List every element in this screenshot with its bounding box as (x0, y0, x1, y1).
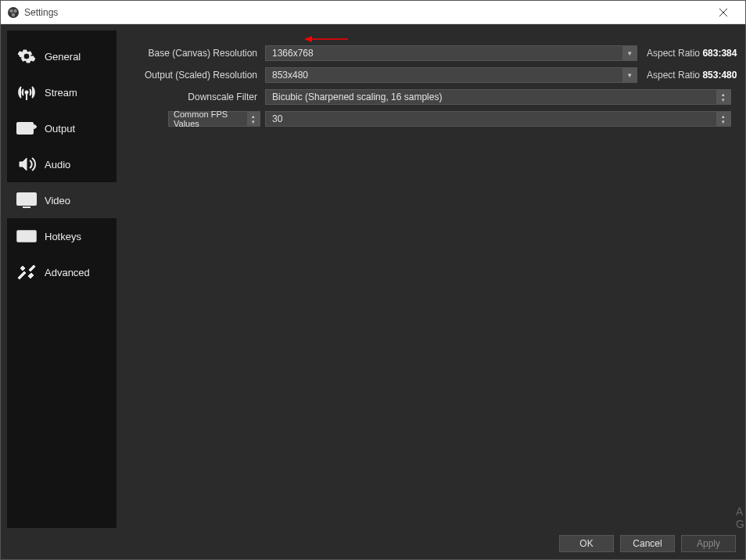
sidebar-item-video[interactable]: Video (7, 182, 117, 218)
sidebar: General Stream Output Audio Video Hotkey… (7, 31, 117, 528)
output-resolution-value: 853x480 (272, 70, 308, 81)
gear-icon (16, 46, 37, 66)
downscale-filter-dropdown[interactable]: Bicubic (Sharpened scaling, 16 samples) … (265, 89, 731, 105)
spinner-icon: ▴▾ (247, 112, 260, 126)
base-resolution-label: Base (Canvas) Resolution (124, 48, 260, 59)
fps-value-dropdown[interactable]: 30 ▴▾ (265, 111, 731, 127)
annotation-arrow (303, 34, 350, 45)
sidebar-item-general[interactable]: General (7, 38, 117, 74)
sidebar-item-advanced[interactable]: Advanced (7, 254, 117, 290)
sidebar-item-output[interactable]: Output (7, 110, 117, 146)
row-fps: Common FPS Values ▴▾ 30 ▴▾ (124, 110, 731, 127)
spinner-icon: ▴▾ (716, 112, 730, 126)
downscale-filter-label: Downscale Filter (124, 92, 260, 102)
close-button[interactable] (708, 2, 739, 23)
cancel-button[interactable]: Cancel (620, 535, 675, 552)
base-resolution-value: 1366x768 (272, 48, 314, 59)
content-pane: Base (Canvas) Resolution 1366x768 ▾ Aspe… (117, 31, 739, 528)
output-resolution-dropdown[interactable]: 853x480 ▾ (265, 67, 637, 83)
ok-button[interactable]: OK (559, 535, 614, 552)
sidebar-item-label: Output (45, 123, 75, 135)
footer: OK Cancel Apply (1, 528, 745, 559)
sidebar-item-label: Advanced (45, 267, 90, 278)
svg-point-3 (12, 13, 15, 16)
row-base-resolution: Base (Canvas) Resolution 1366x768 ▾ Aspe… (124, 45, 731, 62)
window-body: General Stream Output Audio Video Hotkey… (1, 24, 745, 528)
fps-value: 30 (272, 113, 282, 124)
antenna-icon (16, 82, 37, 102)
sidebar-item-stream[interactable]: Stream (7, 74, 117, 110)
window-title: Settings (24, 7, 708, 18)
svg-point-2 (13, 9, 16, 12)
sidebar-item-label: General (45, 51, 81, 63)
output-icon (16, 118, 37, 138)
svg-rect-8 (17, 123, 33, 134)
chevron-down-icon: ▾ (622, 68, 637, 82)
sidebar-item-hotkeys[interactable]: Hotkeys (7, 218, 117, 254)
titlebar: Settings (1, 1, 745, 24)
keyboard-icon (16, 226, 37, 246)
apply-button[interactable]: Apply (681, 535, 736, 552)
base-aspect-ratio: Aspect Ratio 683:384 (642, 48, 731, 59)
row-downscale-filter: Downscale Filter Bicubic (Sharpened scal… (124, 88, 731, 106)
sidebar-item-label: Stream (45, 87, 77, 99)
svg-rect-9 (17, 193, 36, 205)
fps-mode-value: Common FPS Values (174, 109, 255, 128)
sidebar-item-audio[interactable]: Audio (7, 146, 117, 182)
output-resolution-label: Output (Scaled) Resolution (124, 70, 260, 81)
fps-mode-dropdown[interactable]: Common FPS Values ▴▾ (168, 111, 260, 127)
output-aspect-ratio: Aspect Ratio 853:480 (642, 70, 731, 81)
base-resolution-dropdown[interactable]: 1366x768 ▾ (265, 45, 637, 61)
sidebar-item-label: Video (45, 195, 70, 206)
svg-point-1 (9, 9, 13, 12)
downscale-filter-value: Bicubic (Sharpened scaling, 16 samples) (272, 92, 442, 102)
app-icon (7, 6, 20, 19)
sidebar-item-label: Hotkeys (45, 231, 81, 242)
spinner-icon: ▴▾ (716, 90, 730, 104)
chevron-down-icon: ▾ (622, 46, 637, 60)
row-output-resolution: Output (Scaled) Resolution 853x480 ▾ Asp… (124, 66, 731, 84)
monitor-icon (16, 190, 37, 210)
sidebar-item-label: Audio (45, 159, 70, 171)
svg-marker-24 (304, 36, 312, 42)
speaker-icon (16, 154, 37, 174)
settings-window: Settings General Stream Output Audio (0, 0, 746, 560)
tools-icon (16, 262, 37, 282)
